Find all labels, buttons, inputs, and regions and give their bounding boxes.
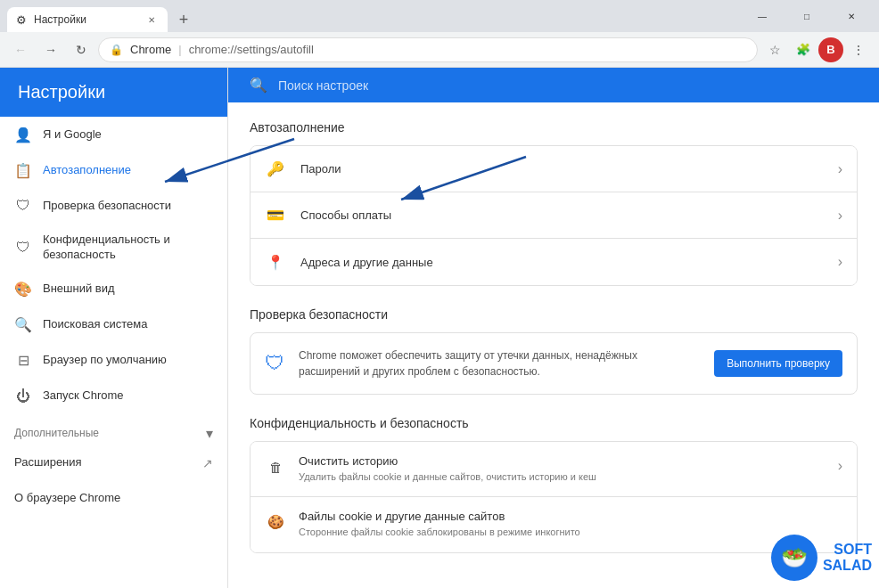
autofill-icon: 📋 [14,161,32,179]
addresses-label: Адреса и другие данные [300,256,824,269]
bookmark-button[interactable]: ☆ [761,37,788,63]
safety-icon: 🛡 [14,197,32,215]
new-tab-button[interactable]: + [171,7,196,32]
main-layout: Настройки 👤 Я и Google 📋 Автозаполнение … [0,68,879,588]
sidebar-item-label: Расширения [14,455,192,470]
tab-bar: ⚙ Настройки ✕ + [0,7,735,32]
sidebar-item-startup[interactable]: ⏻ Запуск Chrome [0,379,227,414]
extension-button[interactable]: 🧩 [790,37,817,63]
privacy-card-list: 🗑 Очистить историю Удалить файлы cookie … [250,441,858,553]
sidebar-item-label: Внешний вид [43,282,213,297]
reload-button[interactable]: ↻ [68,37,94,63]
menu-button[interactable]: ⋮ [845,37,872,63]
sidebar: Настройки 👤 Я и Google 📋 Автозаполнение … [0,68,228,588]
settings-search-input[interactable] [278,78,858,93]
titlebar: ⚙ Настройки ✕ + — □ ✕ [0,0,879,32]
chevron-right-icon: › [838,458,842,474]
lock-icon: 🔒 [110,44,123,56]
addresses-icon: 📍 [265,251,286,273]
watermark-soft: SOFT [834,542,872,558]
profile-button[interactable]: B [818,37,843,62]
sidebar-item-extensions[interactable]: Расширения ↗ [0,445,227,481]
sidebar-item-label: Проверка безопасности [43,199,213,214]
search-engine-icon: 🔍 [14,316,32,334]
autofill-section-title: Автозаполнение [250,120,858,135]
sidebar-header: Настройки [0,68,227,117]
appearance-icon: 🎨 [14,281,32,298]
run-security-check-button[interactable]: Выполнить проверку [714,350,842,377]
sidebar-item-label: О браузере Chrome [14,491,213,506]
tab-favicon: ⚙ [16,13,27,27]
sidebar-item-privacy[interactable]: 🛡 Конфиденциальность и безопасность [0,224,227,272]
sidebar-item-label: Поисковая система [43,317,213,332]
minimize-button[interactable]: — [742,4,783,29]
address-bar[interactable]: 🔒 Chrome | chrome://settings/autofill [98,37,758,62]
security-check-card: 🛡 Chrome поможет обеспечить защиту от ут… [250,332,858,395]
sidebar-item-appearance[interactable]: 🎨 Внешний вид [0,272,227,307]
expand-icon[interactable]: ▾ [206,425,213,442]
chevron-right-icon: › [838,208,842,224]
watermark-salad: SALAD [823,558,872,574]
passwords-card[interactable]: 🔑 Пароли › [251,146,857,192]
back-button[interactable]: ← [7,37,34,63]
startup-icon: ⏻ [14,388,32,405]
chevron-right-icon: › [838,161,842,177]
password-icon: 🔑 [265,159,286,180]
cookies-item[interactable]: 🍪 Файлы cookie и другие данные сайтов Ст… [251,497,857,551]
navbar-actions: ☆ 🧩 B ⋮ [761,37,872,63]
security-text: Chrome поможет обеспечить защиту от утеч… [299,347,700,380]
cookies-desc: Сторонние файлы cookie заблокированы в р… [299,526,842,539]
sidebar-item-me-google[interactable]: 👤 Я и Google [0,117,227,152]
watermark-text: SOFT SALAD [823,542,872,574]
autofill-card-list: 🔑 Пароли › 💳 Способы оплаты › 📍 Адреса и… [250,145,858,286]
privacy-section-title: Конфиденциальность и безопасность [250,416,858,430]
person-icon: 👤 [14,126,32,143]
cookie-icon: 🍪 [265,511,286,533]
payments-card[interactable]: 💳 Способы оплаты › [251,192,857,239]
settings-search-bar[interactable]: 🔍 [228,68,879,102]
sidebar-item-label: Конфиденциальность и безопасность [43,233,213,263]
additional-label: Дополнительные [14,427,99,439]
tab-title: Настройки [34,13,137,26]
active-tab[interactable]: ⚙ Настройки ✕ [7,7,168,32]
cookies-content: Файлы cookie и другие данные сайтов Стор… [299,510,842,539]
sidebar-item-label: Я и Google [43,127,213,143]
maximize-button[interactable]: □ [786,4,827,29]
address-separator: | [178,43,181,56]
clear-history-desc: Удалить файлы cookie и данные сайтов, оч… [299,470,826,484]
address-path: chrome://settings/autofill [189,43,314,56]
search-icon: 🔍 [250,77,267,94]
content-area: 🔍 Автозаполнение 🔑 Пароли › 💳 Способы оп… [228,68,879,588]
browser-icon: ⊟ [14,352,32,370]
watermark: 🥗 SOFT SALAD [771,535,872,581]
sidebar-item-label: Браузер по умолчанию [43,353,213,368]
addresses-card[interactable]: 📍 Адреса и другие данные › [251,239,857,285]
payments-icon: 💳 [265,205,286,226]
window-controls: — □ ✕ [735,0,879,32]
external-link-icon: ↗ [202,456,213,470]
clear-history-content: Очистить историю Удалить файлы cookie и … [299,454,826,484]
chevron-right-icon: › [838,254,842,270]
sidebar-item-safety[interactable]: 🛡 Проверка безопасности [0,188,227,224]
sidebar-item-autofill[interactable]: 📋 Автозаполнение [0,152,227,188]
address-domain: Chrome [130,43,171,56]
security-section-title: Проверка безопасности [250,307,858,322]
shield-check-icon: 🛡 [265,352,284,375]
sidebar-item-label: Запуск Chrome [43,388,213,404]
forward-button[interactable]: → [37,37,64,63]
tab-close-button[interactable]: ✕ [144,12,159,27]
sidebar-item-about[interactable]: О браузере Chrome [0,481,227,517]
sidebar-item-label: Автозаполнение [43,163,213,178]
payments-label: Способы оплаты [300,208,824,222]
sidebar-item-search-engine[interactable]: 🔍 Поисковая система [0,307,227,343]
sidebar-item-browser[interactable]: ⊟ Браузер по умолчанию [0,343,227,379]
clear-history-title: Очистить историю [299,454,826,468]
passwords-label: Пароли [300,162,824,176]
trash-icon: 🗑 [265,456,286,478]
privacy-icon: 🛡 [14,239,32,257]
sidebar-section-additional: Дополнительные ▾ [0,414,227,445]
cookies-title: Файлы cookie и другие данные сайтов [299,510,842,523]
content-body: Автозаполнение 🔑 Пароли › 💳 Способы опла… [228,102,879,588]
clear-history-item[interactable]: 🗑 Очистить историю Удалить файлы cookie … [251,442,857,497]
close-button[interactable]: ✕ [831,4,872,29]
